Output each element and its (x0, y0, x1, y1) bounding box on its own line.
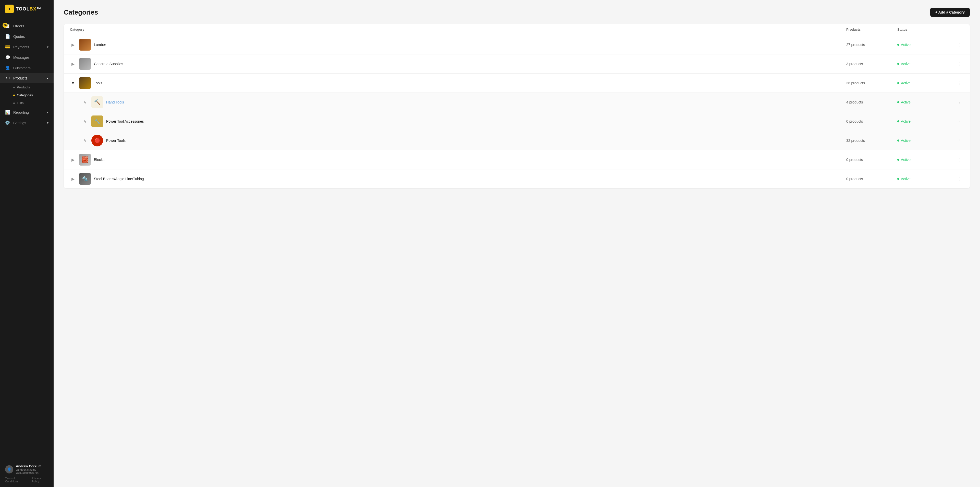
menu-lumber[interactable]: ⋮ (956, 41, 964, 48)
status-dot-handtools (897, 101, 899, 103)
expand-tools[interactable]: ▼ (70, 80, 76, 86)
status-lumber: Active (897, 43, 948, 47)
status-steelbeams: Active (897, 177, 948, 181)
logo-icon: T (5, 5, 14, 13)
category-name-tools: Tools (94, 81, 102, 85)
categories-dot (13, 94, 15, 96)
messages-icon: 💬 (5, 55, 10, 60)
sidebar-item-payments[interactable]: 💳 Payments ▾ (0, 42, 54, 52)
status-dot-steelbeams (897, 178, 899, 180)
menu-handtools[interactable]: ⋮ (956, 99, 964, 106)
user-info: 👤 Andrew Corkum sandbox.staging-web.tool… (5, 464, 48, 474)
menu-steelbeams[interactable]: ⋮ (956, 175, 964, 182)
status-handtools: Active (897, 100, 948, 104)
products-chevron: ▴ (47, 77, 48, 80)
category-name-powertools: Power Tools (106, 139, 126, 142)
sidebar-nav: 50 📋 Orders 📄 Quotes 💳 Payments ▾ 💬 Mess… (0, 18, 54, 460)
table-row: ↳ 🔧 Power Tool Accessories 0 products Ac… (64, 112, 970, 131)
add-category-button[interactable]: + Add a Category (930, 8, 970, 17)
footer-links: Terms & Conditions Privacy Policy (5, 477, 48, 483)
expand-steelbeams[interactable]: ▶ (70, 176, 76, 182)
category-name-handtools[interactable]: Hand Tools (106, 100, 124, 104)
thumb-lumber (79, 39, 91, 51)
payments-label: Payments (13, 45, 44, 49)
customers-label: Customers (13, 66, 48, 70)
user-details: Andrew Corkum sandbox.staging-web.toolbx… (16, 464, 48, 474)
menu-blocks[interactable]: ⋮ (956, 156, 964, 163)
category-name-steelbeams: Steel Beams/Angle Line/Tubing (94, 177, 144, 181)
main-content: Categories + Add a Category Category Pro… (54, 0, 980, 487)
sidebar-subitem-products[interactable]: Products (0, 83, 54, 91)
status-blocks: Active (897, 158, 948, 162)
sidebar-item-settings[interactable]: ⚙️ Settings ▾ (0, 118, 54, 128)
expand-blocks[interactable]: ▶ (70, 156, 76, 163)
col-category: Category (70, 27, 846, 32)
action-lumber: ⋮ (948, 41, 964, 48)
thumb-steelbeams: 🔩 (79, 173, 91, 185)
page-title: Categories (64, 8, 98, 16)
status-dot-blocks (897, 159, 899, 161)
orders-label: Orders (13, 24, 48, 28)
action-powertools: ⋮ (948, 137, 964, 144)
products-label: Products (13, 76, 44, 80)
sidebar-subitem-categories[interactable]: Categories (0, 91, 54, 99)
status-dot-lumber (897, 44, 899, 46)
sidebar-subitem-lists[interactable]: Lists (0, 99, 54, 107)
sub-arrow-powertools: ↳ (82, 137, 88, 144)
sidebar-item-orders[interactable]: 50 📋 Orders (0, 21, 54, 31)
action-blocks: ⋮ (948, 156, 964, 163)
settings-icon: ⚙️ (5, 120, 10, 125)
thumb-powertools: 🔴 (91, 135, 103, 147)
categories-table: Category Products Status ▶ Lumber 27 pro… (64, 24, 970, 188)
reporting-chevron: ▾ (47, 111, 48, 114)
status-dot-concrete (897, 63, 899, 65)
products-handtools: 4 products (846, 100, 897, 104)
quotes-label: Quotes (13, 35, 48, 38)
products-blocks: 0 products (846, 158, 897, 162)
settings-label: Settings (13, 121, 44, 125)
menu-concrete[interactable]: ⋮ (956, 60, 964, 67)
category-name-concrete: Concrete Supplies (94, 62, 123, 66)
category-cell-concrete: ▶ Concrete Supplies (70, 58, 846, 70)
reporting-icon: 📊 (5, 110, 10, 115)
table-row: ▶ 🧱 Blocks 0 products Active ⋮ (64, 150, 970, 169)
status-concrete: Active (897, 62, 948, 66)
terms-link[interactable]: Terms & Conditions (5, 477, 29, 483)
thumb-concrete (79, 58, 91, 70)
action-steelbeams: ⋮ (948, 175, 964, 182)
user-email: sandbox.staging-web.toolbxops.net (16, 468, 48, 474)
action-handtools: ⋮ (948, 99, 964, 106)
table-row: ▶ Concrete Supplies 3 products Active ⋮ (64, 54, 970, 73)
sidebar-item-quotes[interactable]: 📄 Quotes (0, 31, 54, 42)
category-cell-handtools: ↳ 🔨 Hand Tools (70, 96, 846, 108)
sidebar-item-reporting[interactable]: 📊 Reporting ▾ (0, 107, 54, 118)
sub-arrow-handtools: ↳ (82, 99, 88, 105)
sidebar-item-customers[interactable]: 👤 Customers (0, 62, 54, 73)
logo-area: T TOOLBX™ (0, 0, 54, 18)
status-powertools: Active (897, 139, 948, 142)
sidebar-item-products[interactable]: 🏷 Products ▴ (0, 73, 54, 83)
sidebar-item-messages[interactable]: 💬 Messages (0, 52, 54, 62)
logo-text: TOOLBX™ (16, 6, 41, 12)
action-concrete: ⋮ (948, 60, 964, 67)
sub-arrow-poweracc: ↳ (82, 118, 88, 125)
table-row: ▼ Tools 36 products Active ⋮ (64, 73, 970, 93)
privacy-link[interactable]: Privacy Policy (32, 477, 48, 483)
user-name: Andrew Corkum (16, 464, 48, 468)
category-cell-lumber: ▶ Lumber (70, 39, 846, 51)
payments-icon: 💳 (5, 45, 10, 49)
category-name-lumber: Lumber (94, 43, 106, 47)
lists-label: Lists (17, 101, 24, 105)
categories-label: Categories (17, 93, 33, 97)
category-cell-poweracc: ↳ 🔧 Power Tool Accessories (70, 115, 846, 127)
expand-concrete[interactable]: ▶ (70, 61, 76, 67)
menu-poweracc[interactable]: ⋮ (956, 118, 964, 125)
expand-lumber[interactable]: ▶ (70, 42, 76, 48)
menu-tools[interactable]: ⋮ (956, 80, 964, 86)
avatar: 👤 (5, 465, 13, 473)
products-dot (13, 86, 15, 88)
table-row: ↳ 🔴 Power Tools 32 products Active ⋮ (64, 131, 970, 150)
menu-powertools[interactable]: ⋮ (956, 137, 964, 144)
table-row: ↳ 🔨 Hand Tools 4 products Active ⋮ (64, 93, 970, 112)
category-cell-powertools: ↳ 🔴 Power Tools (70, 135, 846, 147)
